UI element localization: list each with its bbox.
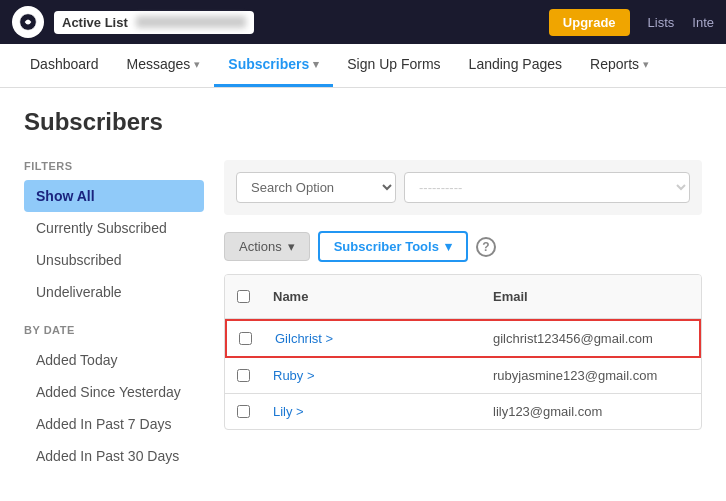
filter-unsubscribed[interactable]: Unsubscribed (24, 244, 204, 276)
search-value-select[interactable]: ---------- (404, 172, 690, 203)
table-row: Ruby > rubyjasmine123@gmail.com (225, 358, 701, 394)
actions-row: Actions ▾ Subscriber Tools ▾ ? (224, 231, 702, 262)
filter-added-since-yesterday[interactable]: Added Since Yesterday (24, 376, 204, 408)
row-select-ruby[interactable] (237, 369, 250, 382)
actions-chevron-icon: ▾ (288, 239, 295, 254)
messages-chevron: ▾ (194, 58, 200, 71)
content-area: FILTERS Show All Currently Subscribed Un… (24, 160, 702, 472)
sidebar: FILTERS Show All Currently Subscribed Un… (24, 160, 204, 472)
upgrade-button[interactable]: Upgrade (549, 9, 630, 36)
row-name-ruby: Ruby > (261, 358, 481, 393)
nav-item-dashboard[interactable]: Dashboard (16, 44, 113, 87)
row-checkbox-lily (225, 395, 261, 428)
row-email-lily: lily123@gmail.com (481, 394, 701, 429)
reports-chevron: ▾ (643, 58, 649, 71)
search-row: Search Option ---------- (224, 160, 702, 215)
main-content: Subscribers FILTERS Show All Currently S… (0, 88, 726, 492)
list-name-box[interactable]: Active List (54, 11, 254, 34)
subscribers-chevron: ▾ (313, 58, 319, 71)
subscriber-tools-button[interactable]: Subscriber Tools ▾ (318, 231, 468, 262)
th-name: Name (261, 283, 481, 310)
filter-added-past-30-days[interactable]: Added In Past 30 Days (24, 440, 204, 472)
subscriber-link-lily[interactable]: Lily > (273, 404, 304, 419)
row-select-lily[interactable] (237, 405, 250, 418)
subscriber-tools-chevron-icon: ▾ (445, 239, 452, 254)
filters-section-label: FILTERS (24, 160, 204, 172)
subscriber-link-ruby[interactable]: Ruby > (273, 368, 315, 383)
th-email: Email (481, 283, 701, 310)
actions-button[interactable]: Actions ▾ (224, 232, 310, 261)
row-checkbox-ruby (225, 359, 261, 392)
row-email-ruby: rubyjasmine123@gmail.com (481, 358, 701, 393)
nav-item-landing-pages[interactable]: Landing Pages (455, 44, 576, 87)
row-email-gilchrist: gilchrist123456@gmail.com (481, 321, 699, 356)
page-title: Subscribers (24, 108, 702, 136)
logo-icon (18, 12, 38, 32)
right-panel: Search Option ---------- Actions ▾ Subsc… (224, 160, 702, 472)
logo (12, 6, 44, 38)
table-header: Name Email (225, 275, 701, 319)
top-bar: Active List Upgrade Lists Inte (0, 0, 726, 44)
row-checkbox-gilchrist (227, 322, 263, 355)
nav-item-reports[interactable]: Reports ▾ (576, 44, 663, 87)
filter-show-all[interactable]: Show All (24, 180, 204, 212)
list-name-value (136, 16, 246, 28)
search-option-select[interactable]: Search Option (236, 172, 396, 203)
filter-undeliverable[interactable]: Undeliverable (24, 276, 204, 308)
nav-bar: Dashboard Messages ▾ Subscribers ▾ Sign … (0, 44, 726, 88)
table-row: Lily > lily123@gmail.com (225, 394, 701, 429)
th-checkbox (225, 283, 261, 310)
select-all-checkbox[interactable] (237, 290, 250, 303)
date-section-label: BY DATE (24, 324, 204, 336)
lists-link[interactable]: Lists (640, 15, 683, 30)
filter-currently-subscribed[interactable]: Currently Subscribed (24, 212, 204, 244)
nav-item-subscribers[interactable]: Subscribers ▾ (214, 44, 333, 87)
table-row: Gilchrist > gilchrist123456@gmail.com (225, 319, 701, 358)
help-button[interactable]: ? (476, 237, 496, 257)
row-name-gilchrist: Gilchrist > (263, 321, 481, 356)
subscribers-table: Name Email Gilchrist > gilchrist123456@g… (224, 274, 702, 430)
row-name-lily: Lily > (261, 394, 481, 429)
row-select-gilchrist[interactable] (239, 332, 252, 345)
nav-item-messages[interactable]: Messages ▾ (113, 44, 215, 87)
nav-item-signup-forms[interactable]: Sign Up Forms (333, 44, 454, 87)
inte-link: Inte (692, 15, 714, 30)
subscriber-link-gilchrist[interactable]: Gilchrist > (275, 331, 333, 346)
filter-added-past-7-days[interactable]: Added In Past 7 Days (24, 408, 204, 440)
list-name-label: Active List (62, 15, 128, 30)
filter-added-today[interactable]: Added Today (24, 344, 204, 376)
